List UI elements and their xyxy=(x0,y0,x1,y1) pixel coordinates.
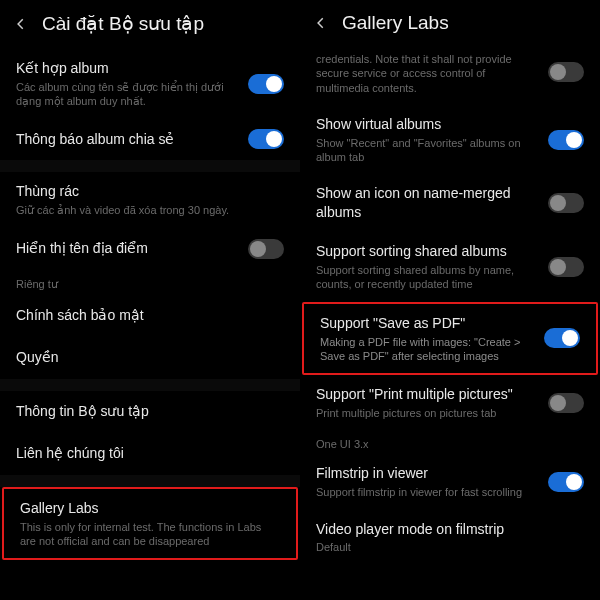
row-sub: Default xyxy=(316,540,584,554)
row-trash[interactable]: Thùng rác Giữ các ảnh và video đã xóa tr… xyxy=(0,172,300,227)
row-title: Support sorting shared albums xyxy=(316,242,536,261)
separator xyxy=(0,160,300,172)
left-header: Cài đặt Bộ sưu tập xyxy=(0,0,300,49)
row-sub: Support sorting shared albums by name, c… xyxy=(316,263,536,292)
row-permissions[interactable]: Quyền xyxy=(0,337,300,379)
row-title: Support "Save as PDF" xyxy=(320,314,532,333)
row-gallery-labs[interactable]: Gallery Labs This is only for internal t… xyxy=(4,489,296,558)
page-title: Cài đặt Bộ sưu tập xyxy=(42,12,204,35)
right-content: credentials. Note that it shall not prov… xyxy=(300,48,600,600)
row-sub: Giữ các ảnh và video đã xóa trong 30 ngà… xyxy=(16,203,284,217)
page-title: Gallery Labs xyxy=(342,12,449,34)
row-sort-shared[interactable]: Support sorting shared albums Support so… xyxy=(300,232,600,301)
row-virtual-albums[interactable]: Show virtual albums Show "Recent" and "F… xyxy=(300,105,600,174)
right-panel: Gallery Labs credentials. Note that it s… xyxy=(300,0,600,600)
row-sub: Print multiple pictures on pictures tab xyxy=(316,406,536,420)
toggle-combine[interactable] xyxy=(248,74,284,94)
row-title: Thông tin Bộ sưu tập xyxy=(16,402,284,421)
row-title: Liên hệ chúng tôi xyxy=(16,444,284,463)
row-title: Show virtual albums xyxy=(316,115,536,134)
toggle-shared-notify[interactable] xyxy=(248,129,284,149)
row-save-pdf[interactable]: Support "Save as PDF" Making a PDF file … xyxy=(304,304,596,373)
toggle-virtual-albums[interactable] xyxy=(548,130,584,150)
row-sub: Các album cùng tên sẽ được hiển thị dưới… xyxy=(16,80,236,109)
toggle-credentials[interactable] xyxy=(548,62,584,82)
toggle-print-multiple[interactable] xyxy=(548,393,584,413)
row-about-gallery[interactable]: Thông tin Bộ sưu tập xyxy=(0,391,300,433)
row-print-multiple[interactable]: Support "Print multiple pictures" Print … xyxy=(300,375,600,430)
row-title: Kết hợp album xyxy=(16,59,236,78)
row-privacy-policy[interactable]: Chính sách bảo mật xyxy=(0,295,300,337)
left-content: Kết hợp album Các album cùng tên sẽ được… xyxy=(0,49,300,600)
toggle-save-pdf[interactable] xyxy=(544,328,580,348)
section-privacy: Riêng tư xyxy=(0,270,300,295)
toggle-merged-icon[interactable] xyxy=(548,193,584,213)
row-title: Filmstrip in viewer xyxy=(316,464,536,483)
row-title: Support "Print multiple pictures" xyxy=(316,385,536,404)
row-sub: credentials. Note that it shall not prov… xyxy=(316,52,536,95)
row-combine-album[interactable]: Kết hợp album Các album cùng tên sẽ được… xyxy=(0,49,300,118)
row-video-filmstrip[interactable]: Video player mode on filmstrip Default xyxy=(300,510,600,565)
separator xyxy=(0,475,300,487)
row-contact-us[interactable]: Liên hệ chúng tôi xyxy=(0,433,300,475)
row-title: Chính sách bảo mật xyxy=(16,306,284,325)
row-sub: Support filmstrip in viewer for fast scr… xyxy=(316,485,536,499)
row-title: Show an icon on name-merged albums xyxy=(316,184,536,222)
highlight-gallery-labs: Gallery Labs This is only for internal t… xyxy=(2,487,298,560)
section-oneui: One UI 3.x xyxy=(300,430,600,454)
row-sub: This is only for internal test. The func… xyxy=(20,520,280,549)
right-header: Gallery Labs xyxy=(300,0,600,48)
separator xyxy=(0,379,300,391)
row-sub: Show "Recent" and "Favorites" albums on … xyxy=(316,136,536,165)
row-title: Quyền xyxy=(16,348,284,367)
highlight-save-pdf: Support "Save as PDF" Making a PDF file … xyxy=(302,302,598,375)
back-icon[interactable] xyxy=(14,17,28,31)
row-filmstrip[interactable]: Filmstrip in viewer Support filmstrip in… xyxy=(300,454,600,509)
row-title: Hiển thị tên địa điểm xyxy=(16,239,236,258)
row-location-name[interactable]: Hiển thị tên địa điểm xyxy=(0,228,300,270)
row-title: Thùng rác xyxy=(16,182,284,201)
row-title: Video player mode on filmstrip xyxy=(316,520,584,539)
row-title: Gallery Labs xyxy=(20,499,280,518)
row-sub: Making a PDF file with images: "Create >… xyxy=(320,335,532,364)
back-icon[interactable] xyxy=(314,16,328,30)
row-credentials-continued[interactable]: credentials. Note that it shall not prov… xyxy=(300,48,600,105)
toggle-filmstrip[interactable] xyxy=(548,472,584,492)
row-title: Thông báo album chia sẻ xyxy=(16,130,236,149)
left-panel: Cài đặt Bộ sưu tập Kết hợp album Các alb… xyxy=(0,0,300,600)
row-merged-icon[interactable]: Show an icon on name-merged albums xyxy=(300,174,600,232)
toggle-location[interactable] xyxy=(248,239,284,259)
row-shared-notify[interactable]: Thông báo album chia sẻ xyxy=(0,118,300,160)
toggle-sort-shared[interactable] xyxy=(548,257,584,277)
